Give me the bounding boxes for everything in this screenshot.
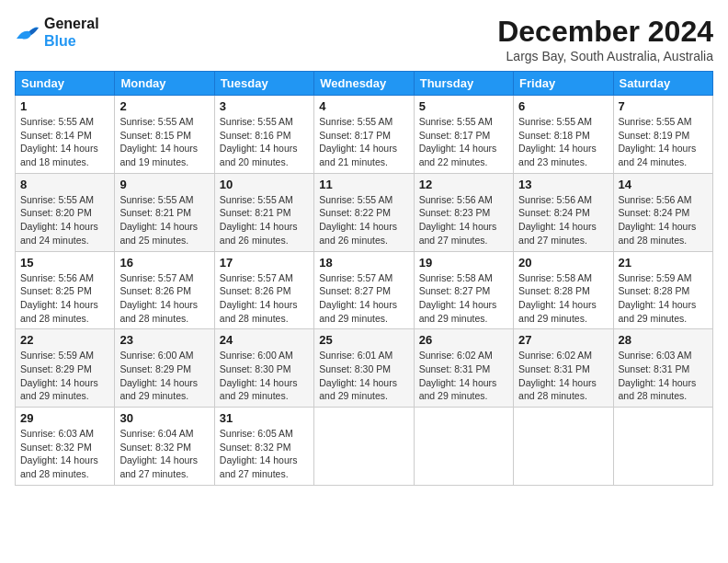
- page-header: General Blue December 2024 Largs Bay, So…: [15, 15, 713, 63]
- day-number: 9: [119, 178, 209, 191]
- day-info: Sunrise: 6:04 AM Sunset: 8:32 PM Dayligh…: [119, 427, 209, 481]
- calendar-cell: 28Sunrise: 6:03 AM Sunset: 8:31 PM Dayli…: [613, 329, 712, 408]
- day-info: Sunrise: 5:58 AM Sunset: 8:27 PM Dayligh…: [419, 271, 508, 326]
- day-number: 26: [419, 333, 508, 347]
- day-number: 27: [518, 333, 608, 347]
- calendar-header-row: SundayMondayTuesdayWednesdayThursdayFrid…: [16, 72, 713, 96]
- day-number: 12: [419, 178, 508, 191]
- calendar-cell: 31Sunrise: 6:05 AM Sunset: 8:32 PM Dayli…: [214, 408, 313, 486]
- day-info: Sunrise: 5:56 AM Sunset: 8:24 PM Dayligh…: [518, 193, 608, 247]
- calendar-cell: 2Sunrise: 5:55 AM Sunset: 8:15 PM Daylig…: [115, 96, 214, 174]
- day-info: Sunrise: 5:55 AM Sunset: 8:20 PM Dayligh…: [20, 193, 109, 247]
- day-info: Sunrise: 5:58 AM Sunset: 8:28 PM Dayligh…: [518, 271, 608, 326]
- day-info: Sunrise: 5:56 AM Sunset: 8:25 PM Dayligh…: [20, 271, 109, 326]
- calendar-cell: 5Sunrise: 5:55 AM Sunset: 8:17 PM Daylig…: [414, 96, 513, 174]
- calendar-cell: [314, 408, 414, 486]
- day-number: 4: [319, 99, 408, 113]
- day-number: 1: [20, 99, 109, 113]
- day-info: Sunrise: 5:57 AM Sunset: 8:27 PM Dayligh…: [319, 271, 408, 326]
- day-number: 30: [119, 411, 209, 425]
- calendar-cell: 23Sunrise: 6:00 AM Sunset: 8:29 PM Dayli…: [115, 329, 214, 408]
- calendar-cell: 12Sunrise: 5:56 AM Sunset: 8:23 PM Dayli…: [414, 173, 513, 251]
- day-number: 18: [319, 256, 408, 270]
- day-info: Sunrise: 5:55 AM Sunset: 8:18 PM Dayligh…: [518, 115, 608, 169]
- calendar-week-row: 29Sunrise: 6:03 AM Sunset: 8:32 PM Dayli…: [16, 408, 713, 486]
- day-number: 22: [20, 333, 109, 347]
- calendar-cell: 10Sunrise: 5:55 AM Sunset: 8:21 PM Dayli…: [214, 173, 313, 251]
- day-number: 19: [419, 256, 508, 270]
- day-number: 11: [319, 178, 408, 191]
- calendar-cell: 26Sunrise: 6:02 AM Sunset: 8:31 PM Dayli…: [414, 329, 513, 408]
- day-info: Sunrise: 5:55 AM Sunset: 8:14 PM Dayligh…: [20, 115, 109, 169]
- day-info: Sunrise: 5:55 AM Sunset: 8:16 PM Dayligh…: [220, 115, 309, 169]
- day-info: Sunrise: 5:56 AM Sunset: 8:23 PM Dayligh…: [419, 193, 508, 247]
- calendar-cell: [514, 408, 613, 486]
- calendar-cell: 7Sunrise: 5:55 AM Sunset: 8:19 PM Daylig…: [613, 96, 712, 174]
- calendar-cell: 4Sunrise: 5:55 AM Sunset: 8:17 PM Daylig…: [314, 96, 414, 174]
- day-info: Sunrise: 5:55 AM Sunset: 8:21 PM Dayligh…: [119, 193, 209, 247]
- day-number: 13: [518, 178, 608, 191]
- calendar-table: SundayMondayTuesdayWednesdayThursdayFrid…: [15, 71, 713, 486]
- calendar-cell: 21Sunrise: 5:59 AM Sunset: 8:28 PM Dayli…: [613, 251, 712, 329]
- calendar-cell: 18Sunrise: 5:57 AM Sunset: 8:27 PM Dayli…: [314, 251, 414, 329]
- day-info: Sunrise: 6:05 AM Sunset: 8:32 PM Dayligh…: [220, 427, 309, 481]
- day-number: 17: [220, 256, 309, 270]
- day-number: 24: [220, 333, 309, 347]
- calendar-cell: 22Sunrise: 5:59 AM Sunset: 8:29 PM Dayli…: [16, 329, 115, 408]
- calendar-cell: 29Sunrise: 6:03 AM Sunset: 8:32 PM Dayli…: [16, 408, 115, 486]
- day-info: Sunrise: 5:55 AM Sunset: 8:21 PM Dayligh…: [220, 193, 309, 247]
- day-number: 31: [220, 411, 309, 425]
- day-number: 10: [220, 178, 309, 191]
- calendar-cell: 8Sunrise: 5:55 AM Sunset: 8:20 PM Daylig…: [16, 173, 115, 251]
- day-number: 25: [319, 333, 408, 347]
- day-number: 3: [220, 99, 309, 113]
- day-number: 7: [619, 99, 708, 113]
- calendar-cell: 1Sunrise: 5:55 AM Sunset: 8:14 PM Daylig…: [16, 96, 115, 174]
- day-header-thursday: Thursday: [414, 72, 513, 96]
- day-info: Sunrise: 6:03 AM Sunset: 8:31 PM Dayligh…: [619, 349, 708, 403]
- calendar-cell: 14Sunrise: 5:56 AM Sunset: 8:24 PM Dayli…: [613, 173, 712, 251]
- day-info: Sunrise: 6:02 AM Sunset: 8:31 PM Dayligh…: [518, 349, 608, 403]
- day-info: Sunrise: 5:55 AM Sunset: 8:17 PM Dayligh…: [419, 115, 508, 169]
- day-number: 14: [619, 178, 708, 191]
- day-number: 28: [619, 333, 708, 347]
- day-number: 29: [20, 411, 109, 425]
- day-number: 20: [518, 256, 608, 270]
- calendar-cell: 17Sunrise: 5:57 AM Sunset: 8:26 PM Dayli…: [214, 251, 313, 329]
- day-info: Sunrise: 5:56 AM Sunset: 8:24 PM Dayligh…: [619, 193, 708, 247]
- day-number: 5: [419, 99, 508, 113]
- day-info: Sunrise: 5:55 AM Sunset: 8:15 PM Dayligh…: [119, 115, 209, 169]
- calendar-cell: 11Sunrise: 5:55 AM Sunset: 8:22 PM Dayli…: [314, 173, 414, 251]
- calendar-cell: 13Sunrise: 5:56 AM Sunset: 8:24 PM Dayli…: [514, 173, 613, 251]
- day-info: Sunrise: 5:59 AM Sunset: 8:28 PM Dayligh…: [619, 271, 708, 326]
- day-info: Sunrise: 5:57 AM Sunset: 8:26 PM Dayligh…: [220, 271, 309, 326]
- calendar-week-row: 22Sunrise: 5:59 AM Sunset: 8:29 PM Dayli…: [16, 329, 713, 408]
- location-subtitle: Largs Bay, South Australia, Australia: [497, 49, 713, 63]
- day-header-sunday: Sunday: [16, 72, 115, 96]
- calendar-cell: 15Sunrise: 5:56 AM Sunset: 8:25 PM Dayli…: [16, 251, 115, 329]
- calendar-cell: 30Sunrise: 6:04 AM Sunset: 8:32 PM Dayli…: [115, 408, 214, 486]
- calendar-cell: 9Sunrise: 5:55 AM Sunset: 8:21 PM Daylig…: [115, 173, 214, 251]
- day-info: Sunrise: 5:55 AM Sunset: 8:19 PM Dayligh…: [619, 115, 708, 169]
- day-header-saturday: Saturday: [613, 72, 712, 96]
- calendar-cell: 25Sunrise: 6:01 AM Sunset: 8:30 PM Dayli…: [314, 329, 414, 408]
- day-info: Sunrise: 5:55 AM Sunset: 8:17 PM Dayligh…: [319, 115, 408, 169]
- calendar-week-row: 1Sunrise: 5:55 AM Sunset: 8:14 PM Daylig…: [16, 96, 713, 174]
- day-header-tuesday: Tuesday: [214, 72, 313, 96]
- day-number: 16: [119, 256, 209, 270]
- logo-text: General Blue: [44, 15, 99, 50]
- calendar-week-row: 15Sunrise: 5:56 AM Sunset: 8:25 PM Dayli…: [16, 251, 713, 329]
- calendar-cell: [613, 408, 712, 486]
- title-block: December 2024 Largs Bay, South Australia…: [497, 15, 713, 63]
- calendar-cell: 20Sunrise: 5:58 AM Sunset: 8:28 PM Dayli…: [514, 251, 613, 329]
- day-header-monday: Monday: [115, 72, 214, 96]
- day-number: 8: [20, 178, 109, 191]
- day-info: Sunrise: 5:57 AM Sunset: 8:26 PM Dayligh…: [119, 271, 209, 326]
- day-number: 2: [119, 99, 209, 113]
- day-number: 21: [619, 256, 708, 270]
- day-header-friday: Friday: [514, 72, 613, 96]
- day-number: 6: [518, 99, 608, 113]
- day-number: 23: [119, 333, 209, 347]
- day-info: Sunrise: 6:01 AM Sunset: 8:30 PM Dayligh…: [319, 349, 408, 403]
- day-info: Sunrise: 6:00 AM Sunset: 8:29 PM Dayligh…: [119, 349, 209, 403]
